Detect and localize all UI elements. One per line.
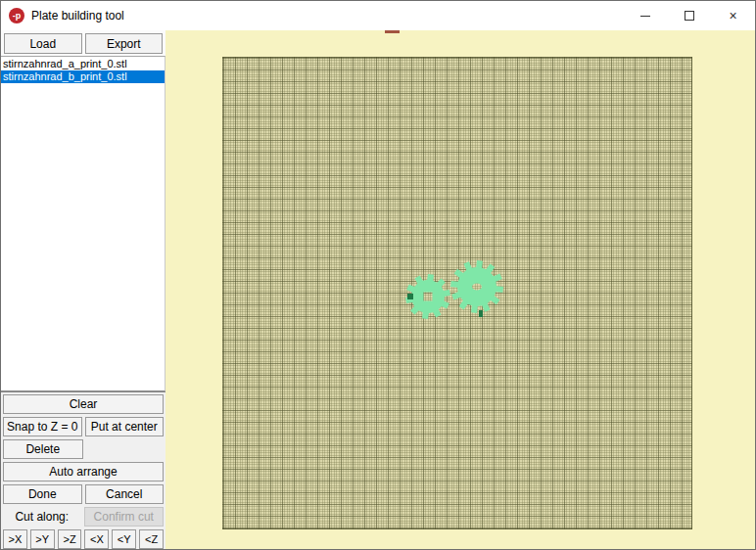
minimize-button[interactable] <box>623 1 667 30</box>
title-bar: -p Plate building tool × <box>1 1 755 30</box>
maximize-icon <box>685 11 694 21</box>
gear-small-mark <box>407 294 413 299</box>
rotate-neg-y-button[interactable]: <Y <box>112 529 136 549</box>
rotate-neg-z-button[interactable]: <Z <box>139 529 164 549</box>
file-list-item-selected[interactable]: stirnzahnrad_b_print_0.stl <box>1 70 165 83</box>
gear-large[interactable] <box>450 260 503 313</box>
rotate-pos-x-button[interactable]: >X <box>3 529 27 549</box>
actions-panel: Clear Snap to Z = 0 Put at center Delete… <box>1 391 165 549</box>
spacer <box>86 439 165 459</box>
delete-button[interactable]: Delete <box>3 439 83 459</box>
confirm-cut-button: Confirm cut <box>84 507 165 527</box>
cancel-button[interactable]: Cancel <box>85 484 165 504</box>
file-list-item[interactable]: stirnzahnrad_a_print_0.stl <box>1 58 165 70</box>
export-button[interactable]: Export <box>85 33 164 54</box>
cut-along-label: Cut along: <box>3 507 81 527</box>
rotate-pos-y-button[interactable]: >Y <box>30 529 55 549</box>
rotate-neg-x-button[interactable]: <X <box>84 529 109 549</box>
viewport-3d[interactable] <box>165 30 755 549</box>
file-list[interactable]: stirnzahnrad_a_print_0.stl stirnzahnrad_… <box>1 56 165 391</box>
maximize-button[interactable] <box>667 1 711 30</box>
gear-large-mark <box>479 310 483 317</box>
load-button[interactable]: Load <box>4 33 82 54</box>
close-icon: × <box>729 9 736 23</box>
plate-building-tool-window: -p Plate building tool × Load Export sti… <box>0 0 756 550</box>
window-title: Plate building tool <box>31 9 623 23</box>
snap-to-z0-button[interactable]: Snap to Z = 0 <box>3 417 82 436</box>
put-at-center-button[interactable]: Put at center <box>85 417 165 436</box>
minimize-icon <box>640 16 650 17</box>
clear-button[interactable]: Clear <box>3 394 164 414</box>
scene-objects <box>165 30 755 549</box>
close-button[interactable]: × <box>711 1 755 30</box>
done-button[interactable]: Done <box>3 484 82 504</box>
sidebar: Load Export stirnzahnrad_a_print_0.stl s… <box>1 30 165 549</box>
rotate-pos-z-button[interactable]: >Z <box>58 529 82 549</box>
app-icon: -p <box>9 8 24 23</box>
auto-arrange-button[interactable]: Auto arrange <box>3 462 164 481</box>
